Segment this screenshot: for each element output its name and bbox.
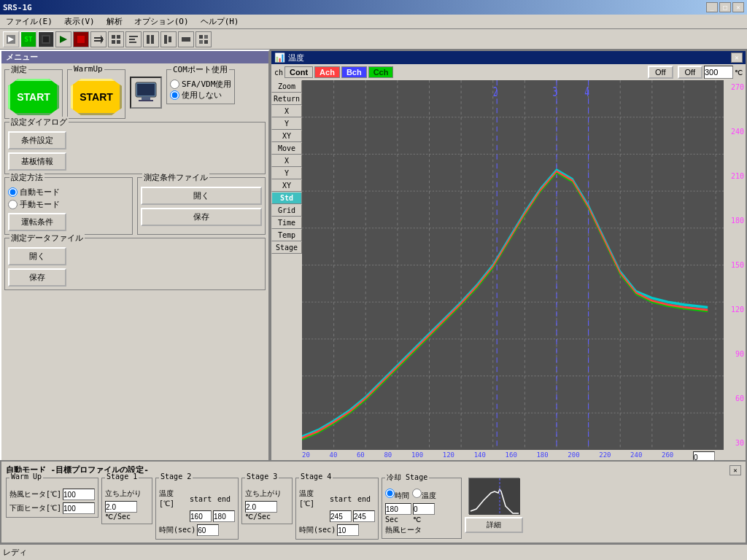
cooling-values [385,503,458,515]
condition-file-open-button[interactable]: 開く [141,187,262,205]
svg-rect-17 [151,35,154,44]
stage2-time-row: 時間(sec) [159,524,235,536]
move-ctrl[interactable]: Move [271,142,302,155]
menu-options[interactable]: オプション(O) [131,15,192,28]
stage4-temp-inputs [299,510,375,522]
toolbar-btn-11[interactable] [178,31,194,47]
toolbar-btn-5[interactable] [73,31,89,47]
condition-button[interactable]: 条件設定 [8,131,66,149]
cooling-temp-radio[interactable] [412,489,422,498]
stage2-time-input[interactable] [197,524,219,536]
toolbar-btn-10[interactable] [160,31,177,47]
stage3-title: Stage 3 [245,472,279,481]
measurement-group: 測定 START [4,69,63,119]
zoom-ctrl[interactable]: Zoom [271,80,302,93]
detail-button[interactable]: 詳細 [465,517,523,533]
svg-rect-18 [164,35,167,44]
ach-channel-button[interactable]: Ach [314,66,340,78]
toolbar-btn-9[interactable] [143,31,159,47]
temp-ctrl[interactable]: Temp [271,229,302,241]
stage-ctrl[interactable]: Stage [271,241,302,254]
svg-rect-28 [139,100,153,101]
stage4-start-input[interactable] [330,510,352,522]
time-ctrl[interactable]: Time [271,217,302,229]
auto-mode-close[interactable]: ✕ [729,465,741,475]
manual-mode-input[interactable] [8,200,18,209]
xy-ctrl[interactable]: XY [271,130,302,142]
grid-ctrl[interactable]: Grid [271,204,302,217]
xy2-ctrl[interactable]: XY [271,179,302,192]
auto-mode-input[interactable] [8,187,18,197]
cont-channel-button[interactable]: Cont [285,66,313,78]
svg-rect-10 [117,35,120,39]
cch-channel-button[interactable]: Cch [368,66,394,78]
y2-ctrl[interactable]: Y [271,167,302,179]
cooling-temp-input[interactable] [413,503,435,515]
warmup-bottom-input[interactable] [63,502,95,514]
toolbar-btn-7[interactable] [108,31,124,47]
chart-left-controls: Zoom Return X Y XY Move X Y XY Std Grid … [271,80,302,450]
data-file-open-button[interactable]: 開く [8,247,66,265]
warmup-hot-input[interactable] [63,489,95,500]
x-ctrl[interactable]: X [271,105,302,117]
cooling-time-input[interactable] [385,503,411,515]
minimize-button[interactable]: _ [706,2,718,12]
menu-title: メニュー [1,51,268,63]
menu-help[interactable]: ヘルプ(H) [198,15,242,28]
cooling-chart-area: 詳細 [465,478,523,533]
stage1-title: Stage 1 [105,472,139,481]
stage2-start-input[interactable] [190,510,212,522]
stage3-rate-input[interactable] [245,501,277,513]
condition-file-save-button[interactable]: 保存 [141,208,262,226]
svg-rect-12 [117,40,120,44]
stage2-temp-inputs [159,510,235,522]
cooling-time-radio[interactable] [385,489,395,498]
data-file-save-button[interactable]: 保存 [8,268,66,287]
settings-dialog-group: 設定ダイアログ 条件設定 基板情報 [4,122,266,174]
warmup-bottom-field: 下面ヒータ[℃] [9,502,95,514]
toolbar-btn-12[interactable] [196,31,212,47]
toolbar-btn-8[interactable] [125,31,142,47]
toolbar-btn-3[interactable] [38,31,54,47]
close-button[interactable]: ✕ [732,2,744,12]
stage4-end-input[interactable] [353,510,375,522]
stages-container: Warm Up 熱風ヒータ[℃] 下面ヒータ[℃] Stage 1 立ち上がり … [6,478,741,540]
stage4-time-input[interactable] [337,524,359,536]
menu-analysis[interactable]: 解析 [104,15,125,28]
x2-ctrl[interactable]: X [271,155,302,167]
menu-view[interactable]: 表示(V) [61,15,98,28]
zoom-value-input[interactable] [704,66,733,79]
menu-bar: ファイル(E) 表示(V) 解析 オプション(O) ヘルプ(H) [0,15,747,29]
stage1-rate-input[interactable] [105,501,137,513]
maximize-button[interactable]: □ [719,2,731,12]
condition-file-group: 測定条件ファイル 開く 保存 [137,177,266,235]
y-ctrl[interactable]: Y [271,117,302,130]
menu-file[interactable]: ファイル(E) [3,15,55,28]
return-ctrl[interactable]: Return [271,93,302,105]
cooling-stage-group: 冷却 Stage 時間 温度 Sec ℃ 熱風ヒータ [382,478,462,539]
svg-rect-24 [204,40,208,44]
off-button-2[interactable]: Off [678,66,703,79]
temp-window-close[interactable]: ✕ [731,52,743,63]
stage2-end-input[interactable] [213,510,235,522]
data-file-group: 測定データファイル 開く 保存 [4,238,266,290]
radio-none: 使用しない [170,90,231,101]
stage2-headers: 温度[℃] start end [159,489,235,509]
svg-marker-8 [101,35,104,44]
radio-sfa-input[interactable] [170,79,179,89]
operation-condition-button[interactable]: 運転条件 [8,213,66,231]
off-button-1[interactable]: Off [648,66,673,79]
board-info-button[interactable]: 基板情報 [8,152,66,171]
toolbar-btn-6[interactable] [90,31,107,47]
bch-channel-button[interactable]: Bch [341,66,367,78]
stage3-group: Stage 3 立ち上がり ℃/Sec [241,478,293,524]
status-bar: レディ [0,544,747,560]
std-ctrl[interactable]: Std [271,192,302,204]
radio-none-input[interactable] [170,90,179,100]
toolbar-btn-1[interactable] [3,31,19,47]
toolbar-btn-4[interactable] [55,31,71,47]
toolbar-btn-2[interactable]: ST [20,31,36,47]
warmup-start-button[interactable]: START [71,79,122,115]
start-button[interactable]: START [8,79,59,115]
pc-icon-area [130,77,162,109]
